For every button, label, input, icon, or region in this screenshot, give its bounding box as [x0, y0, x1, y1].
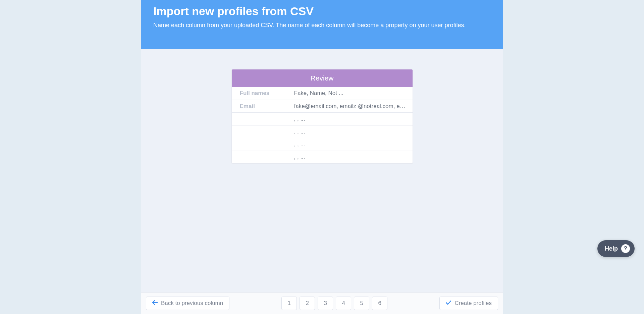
back-button[interactable]: Back to previous column	[146, 297, 229, 310]
review-heading: Review	[232, 69, 413, 87]
column-name-input[interactable]	[232, 129, 286, 135]
page-button-1[interactable]: 1	[281, 297, 297, 310]
column-preview-value: , , ...	[286, 113, 413, 125]
footer-bar: Back to previous column 123456 Create pr…	[141, 292, 503, 314]
column-preview-value: Fake, Name, Not ...	[286, 87, 413, 99]
review-row: Full namesFake, Name, Not ...	[232, 87, 413, 100]
page-button-5[interactable]: 5	[354, 297, 369, 310]
column-preview-value: , , ...	[286, 151, 413, 163]
review-row: , , ...	[232, 151, 413, 163]
column-name-input[interactable]	[232, 142, 286, 147]
page-title: Import new profiles from CSV	[153, 5, 491, 18]
app-container: Import new profiles from CSV Name each c…	[141, 0, 503, 314]
pagination: 123456	[281, 297, 387, 310]
column-preview-value: fake@email.com, emailz @notreal.com, em…	[286, 100, 413, 112]
help-button[interactable]: Help ?	[597, 240, 635, 257]
page-button-2[interactable]: 2	[300, 297, 315, 310]
column-name-input[interactable]	[232, 155, 286, 160]
create-profiles-button[interactable]: Create profiles	[439, 297, 498, 310]
column-name-input[interactable]	[232, 116, 286, 122]
review-row: Emailfake@email.com, emailz @notreal.com…	[232, 100, 413, 112]
column-name-input[interactable]: Email	[232, 100, 286, 112]
review-card: Review Full namesFake, Name, Not ...Emai…	[231, 69, 413, 164]
page-subtitle: Name each column from your uploaded CSV.…	[153, 22, 491, 29]
help-label: Help	[605, 245, 618, 252]
review-row: , , ...	[232, 125, 413, 138]
page-header: Import new profiles from CSV Name each c…	[141, 0, 503, 49]
column-preview-value: , , ...	[286, 139, 413, 151]
column-preview-value: , , ...	[286, 126, 413, 138]
create-profiles-label: Create profiles	[454, 300, 492, 307]
arrow-left-icon	[152, 300, 158, 307]
page-button-4[interactable]: 4	[336, 297, 351, 310]
review-rows: Full namesFake, Name, Not ...Emailfake@e…	[232, 87, 413, 163]
page-button-3[interactable]: 3	[318, 297, 333, 310]
back-button-label: Back to previous column	[161, 300, 223, 307]
column-name-input[interactable]: Full names	[232, 87, 286, 99]
content-area: Review Full namesFake, Name, Not ...Emai…	[141, 49, 503, 292]
review-row: , , ...	[232, 112, 413, 125]
page-button-6[interactable]: 6	[372, 297, 387, 310]
question-icon: ?	[621, 244, 630, 253]
check-icon	[446, 300, 451, 307]
review-row: , , ...	[232, 138, 413, 151]
